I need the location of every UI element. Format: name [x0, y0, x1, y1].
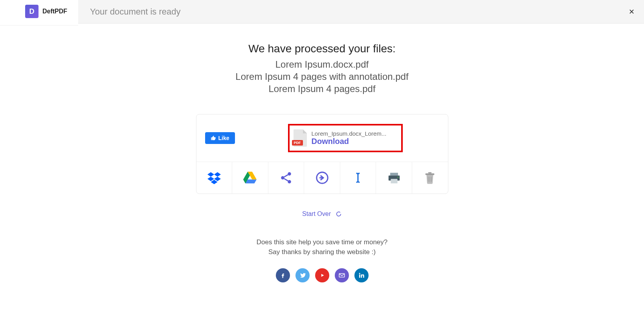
thanks-block: Does this site help you save time or mon…: [0, 237, 644, 257]
svg-point-1: [281, 176, 284, 179]
start-over-link[interactable]: Start Over: [302, 210, 342, 218]
download-button[interactable]: PDF Lorem_Ipsum.docx_Lorem... Download: [288, 124, 403, 152]
email-icon: [338, 272, 345, 279]
like-label: Like: [218, 135, 229, 141]
facebook-like-button[interactable]: Like: [205, 132, 235, 144]
trash-icon: [423, 171, 437, 184]
share-button[interactable]: [268, 162, 305, 194]
export-button[interactable]: [304, 162, 340, 194]
delete-button[interactable]: [412, 162, 448, 194]
svg-point-2: [288, 180, 291, 183]
svg-rect-4: [390, 173, 398, 175]
linkedin-icon: [358, 272, 365, 279]
action-row: [196, 162, 448, 194]
youtube-play-icon: [319, 272, 326, 279]
share-email-button[interactable]: [335, 268, 349, 282]
close-icon[interactable]: ✕: [629, 7, 635, 16]
file-item: Lorem Ipsum 4 pages.pdf: [0, 83, 644, 95]
main-content: We have processed your files: Lorem Ipsu…: [0, 24, 644, 282]
arrow-circle-right-icon: [316, 171, 329, 184]
save-google-drive-button[interactable]: [232, 162, 268, 194]
file-pdf-icon: PDF: [294, 129, 307, 147]
brand-name: DeftPDF: [42, 8, 67, 15]
dropbox-icon: [207, 171, 221, 184]
social-row: [0, 268, 644, 282]
thumb-up-icon: [211, 135, 216, 141]
share-youtube-button[interactable]: [315, 268, 329, 282]
header-bar: D DeftPDF Your document is ready ✕: [0, 0, 644, 24]
download-filename: Lorem_Ipsum.docx_Lorem...: [312, 130, 387, 137]
share-linkedin-button[interactable]: [354, 268, 369, 282]
google-drive-icon: [243, 171, 257, 184]
reload-icon: [336, 211, 342, 217]
svg-rect-8: [426, 173, 435, 175]
processed-file-list: Lorem Ipsum.docx.pdf Lorem Ipsum 4 pages…: [0, 58, 644, 95]
svg-rect-9: [428, 172, 432, 173]
facebook-icon: [279, 272, 286, 279]
header-title: Your document is ready: [90, 7, 180, 17]
printer-icon: [387, 171, 401, 184]
card-top-row: Like PDF Lorem_Ipsum.docx_Lorem... Downl…: [196, 114, 448, 162]
thanks-line-1: Does this site help you save time or mon…: [0, 237, 644, 247]
pdf-badge: PDF: [292, 140, 303, 146]
share-twitter-button[interactable]: [295, 268, 310, 282]
svg-point-7: [397, 177, 398, 178]
start-over-label: Start Over: [302, 210, 331, 218]
svg-point-12: [359, 273, 360, 274]
twitter-icon: [299, 272, 306, 279]
svg-rect-6: [391, 179, 397, 183]
share-icon: [279, 171, 293, 184]
file-item: Lorem Ipsum 4 pages with annotation.pdf: [0, 70, 644, 83]
text-cursor-icon: [351, 171, 365, 184]
brand-logo-icon: D: [25, 5, 39, 18]
save-dropbox-button[interactable]: [196, 162, 233, 194]
file-item: Lorem Ipsum.docx.pdf: [0, 58, 644, 70]
download-card: Like PDF Lorem_Ipsum.docx_Lorem... Downl…: [196, 114, 448, 194]
svg-point-0: [288, 172, 291, 175]
rename-button[interactable]: [340, 162, 376, 194]
svg-rect-11: [359, 274, 360, 277]
download-label: Download: [312, 137, 387, 146]
brand[interactable]: D DeftPDF: [0, 0, 78, 26]
share-facebook-button[interactable]: [276, 268, 290, 282]
processed-title: We have processed your files:: [0, 42, 644, 55]
print-button[interactable]: [376, 162, 412, 194]
thanks-line-2: Say thanks by sharing the website :): [0, 247, 644, 257]
